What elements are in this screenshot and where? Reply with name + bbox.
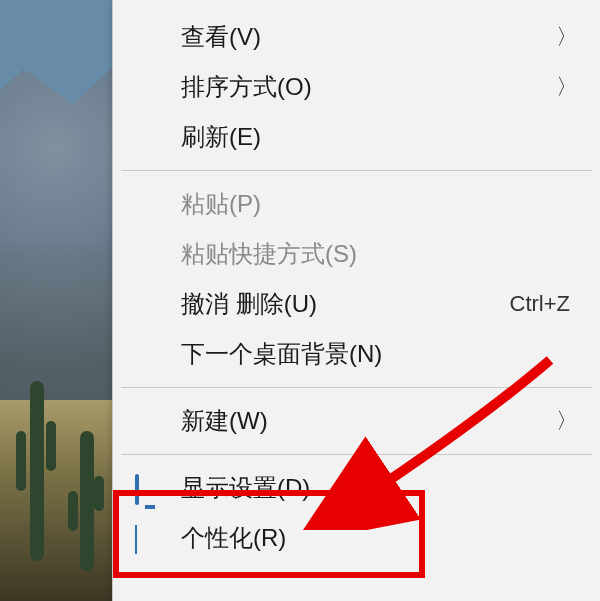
desktop-context-menu: 查看(V) 〉 排序方式(O) 〉 刷新(E) 粘贴(P) 粘贴快捷方式(S) … xyxy=(112,0,600,601)
menu-item-new[interactable]: 新建(W) 〉 xyxy=(113,396,600,446)
monitor-icon xyxy=(135,476,165,500)
menu-item-personalize[interactable]: 个性化(R) xyxy=(113,513,600,563)
menu-item-refresh[interactable]: 刷新(E) xyxy=(113,112,600,162)
menu-item-view[interactable]: 查看(V) 〉 xyxy=(113,12,600,62)
menu-item-undo-delete[interactable]: 撤消 删除(U) Ctrl+Z xyxy=(113,279,600,329)
menu-item-paste: 粘贴(P) xyxy=(113,179,600,229)
chevron-right-icon: 〉 xyxy=(556,72,578,102)
menu-item-label: 查看(V) xyxy=(181,21,261,53)
menu-item-label: 粘贴快捷方式(S) xyxy=(181,238,357,270)
chevron-right-icon: 〉 xyxy=(556,406,578,436)
personalize-icon xyxy=(135,526,165,550)
menu-item-label: 排序方式(O) xyxy=(181,71,312,103)
menu-separator xyxy=(121,454,592,455)
menu-item-label: 粘贴(P) xyxy=(181,188,261,220)
menu-item-label: 新建(W) xyxy=(181,405,268,437)
menu-item-label: 显示设置(D) xyxy=(181,472,310,504)
menu-item-label: 撤消 删除(U) xyxy=(181,288,317,320)
menu-separator xyxy=(121,170,592,171)
menu-item-shortcut: Ctrl+Z xyxy=(510,291,571,317)
menu-item-sort[interactable]: 排序方式(O) 〉 xyxy=(113,62,600,112)
menu-item-label: 刷新(E) xyxy=(181,121,261,153)
menu-item-next-wallpaper[interactable]: 下一个桌面背景(N) xyxy=(113,329,600,379)
menu-separator xyxy=(121,387,592,388)
chevron-right-icon: 〉 xyxy=(556,22,578,52)
menu-item-label: 下一个桌面背景(N) xyxy=(181,338,382,370)
menu-item-display-settings[interactable]: 显示设置(D) xyxy=(113,463,600,513)
menu-item-label: 个性化(R) xyxy=(181,522,286,554)
menu-item-paste-shortcut: 粘贴快捷方式(S) xyxy=(113,229,600,279)
